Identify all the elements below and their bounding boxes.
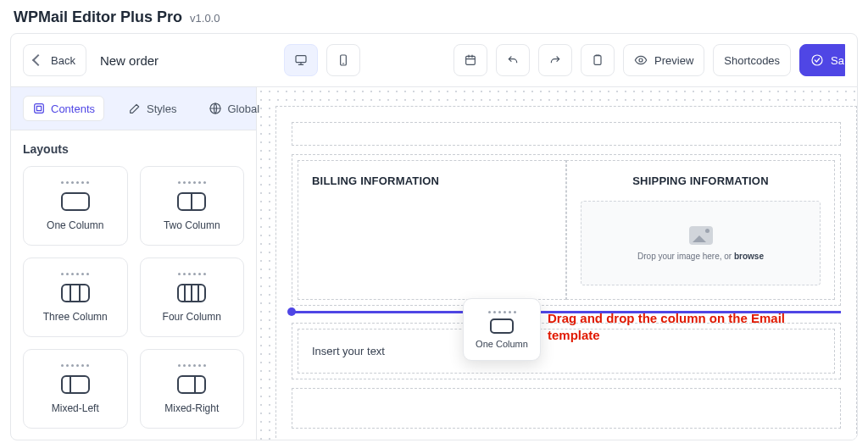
drag-handle-icon	[178, 273, 206, 275]
calendar-button[interactable]	[453, 44, 487, 76]
editor-frame: Back New order	[10, 33, 858, 440]
workspace: Contents Styles Global Layouts O	[11, 87, 857, 440]
layout-label: Four Column	[163, 311, 221, 323]
history-group	[453, 44, 615, 76]
layout-label: Three Column	[43, 311, 108, 323]
layout-mixed-right[interactable]: Mixed-Right	[140, 349, 245, 429]
billing-heading: BILLING INFORMATION	[312, 174, 552, 187]
app-name: WPMail Editor Plus Pro	[14, 8, 182, 25]
layout-four-column[interactable]: Four Column	[140, 257, 245, 337]
chevron-left-icon	[34, 54, 44, 67]
save-button[interactable]: Sa	[799, 44, 845, 76]
three-column-icon	[61, 284, 90, 302]
layouts-heading: Layouts	[23, 142, 244, 156]
viewport-switch	[284, 44, 360, 76]
image-drop-zone[interactable]: Drop your image here, or browse	[581, 201, 821, 285]
drag-handle-icon	[488, 311, 516, 313]
mixed-left-icon	[61, 375, 90, 394]
tab-contents[interactable]: Contents	[23, 96, 104, 121]
layout-mixed-left[interactable]: Mixed-Left	[23, 349, 128, 429]
clipboard-icon	[591, 53, 604, 67]
panel-tabs: Contents Styles Global	[11, 87, 256, 130]
layers-icon	[32, 102, 46, 115]
mobile-view-button[interactable]	[326, 44, 360, 76]
check-circle-icon	[810, 53, 824, 67]
drag-handle-icon	[61, 364, 89, 367]
clipboard-button[interactable]	[581, 44, 615, 76]
layout-label: Mixed-Right	[164, 402, 219, 414]
image-placeholder-icon	[689, 226, 713, 245]
undo-icon	[506, 53, 520, 67]
svg-rect-0	[296, 56, 306, 63]
two-column-icon	[177, 192, 206, 211]
drag-handle-icon	[61, 273, 89, 275]
footer-spacer-block[interactable]	[292, 388, 841, 429]
side-panel: Contents Styles Global Layouts O	[11, 87, 257, 440]
tab-styles-label: Styles	[147, 102, 176, 115]
shortcodes-button[interactable]: Shortcodes	[713, 44, 791, 76]
drag-ghost: One Column	[463, 298, 541, 361]
drag-handle-icon	[178, 181, 206, 184]
back-label: Back	[51, 54, 75, 67]
layout-one-column[interactable]: One Column	[23, 166, 128, 246]
instruction-annotation: Drag and drop the column on the Email te…	[548, 310, 836, 345]
app-version: v1.0.0	[190, 12, 220, 25]
canvas[interactable]: BILLING INFORMATION SHIPPING INFORMATION…	[257, 87, 857, 440]
preview-button[interactable]: Preview	[623, 44, 704, 76]
undo-button[interactable]	[496, 44, 530, 76]
layout-three-column[interactable]: Three Column	[23, 257, 128, 337]
document-title: New order	[100, 53, 159, 68]
redo-button[interactable]	[538, 44, 572, 76]
one-column-icon	[490, 318, 514, 334]
svg-rect-3	[594, 56, 601, 65]
app-title: WPMail Editor Plus Pro v1.0.0	[0, 0, 868, 33]
shipping-heading: SHIPPING INFORMATION	[581, 174, 821, 187]
tab-styles[interactable]: Styles	[120, 96, 185, 121]
globe-icon	[209, 102, 222, 115]
calendar-icon	[464, 53, 477, 67]
svg-point-5	[812, 55, 822, 65]
save-label: Sa	[831, 54, 844, 67]
text-placeholder: Insert your text	[312, 345, 385, 357]
layout-label: Two Column	[164, 219, 220, 231]
svg-rect-2	[466, 56, 476, 64]
eye-icon	[634, 53, 648, 67]
shortcodes-label: Shortcodes	[724, 54, 780, 67]
svg-point-4	[639, 58, 643, 62]
tab-contents-label: Contents	[51, 102, 95, 115]
drag-handle-icon	[61, 181, 89, 184]
panel-body: Layouts One Column Two Column	[11, 130, 256, 440]
pencil-icon	[128, 102, 142, 115]
two-col-block[interactable]: BILLING INFORMATION SHIPPING INFORMATION…	[292, 154, 841, 306]
shipping-column[interactable]: SHIPPING INFORMATION Drop your image her…	[566, 160, 835, 300]
mixed-right-icon	[177, 375, 206, 394]
drag-ghost-label: One Column	[476, 339, 528, 349]
drag-handle-icon	[178, 364, 206, 367]
image-drop-text: Drop your image here, or browse	[637, 252, 764, 261]
preview-label: Preview	[654, 54, 693, 67]
layout-label: Mixed-Left	[52, 402, 99, 414]
tab-global-label: Global	[227, 102, 259, 115]
layouts-grid: One Column Two Column Three Column	[23, 166, 244, 429]
header-spacer-block[interactable]	[292, 122, 841, 146]
email-sheet[interactable]: BILLING INFORMATION SHIPPING INFORMATION…	[275, 106, 857, 440]
billing-column[interactable]: BILLING INFORMATION	[298, 160, 566, 300]
layout-label: One Column	[47, 219, 103, 231]
topbar: Back New order	[11, 34, 857, 87]
one-column-icon	[61, 192, 90, 211]
desktop-view-button[interactable]	[284, 44, 318, 76]
layout-two-column[interactable]: Two Column	[140, 166, 245, 246]
redo-icon	[548, 53, 562, 67]
back-button[interactable]: Back	[23, 44, 86, 76]
mobile-icon	[337, 53, 350, 67]
desktop-icon	[294, 53, 308, 67]
four-column-icon	[177, 284, 206, 302]
svg-rect-6	[35, 104, 44, 114]
